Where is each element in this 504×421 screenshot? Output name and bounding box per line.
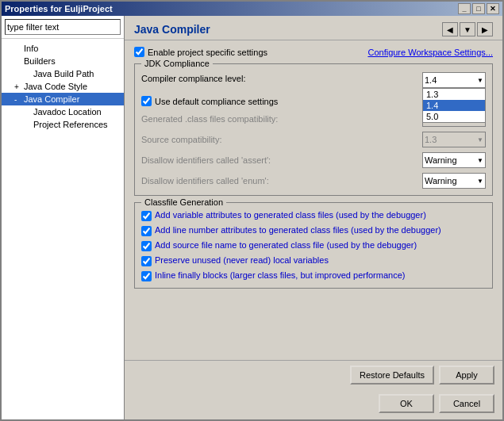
generated-label: Generated .class files compatibility: (141, 114, 419, 124)
compliance-option-1-3[interactable]: 1.3 (423, 89, 485, 100)
sidebar-item-java-code-style[interactable]: + Java Code Style (2, 80, 124, 93)
disallow-enum-row: Disallow identifiers called 'enum': Warn… (141, 173, 486, 189)
classfile-generation-group: Classfile Generation Add variable attrib… (134, 202, 493, 289)
main-panel: Java Compiler ◀ ▼ ▶ Enable project speci… (125, 16, 502, 419)
sidebar-item-javadoc-location[interactable]: Javadoc Location (2, 105, 124, 118)
sidebar-item-java-compiler[interactable]: - Java Compiler (2, 93, 124, 105)
sidebar-item-label: Project References (33, 120, 108, 129)
compliance-level-label: Compiler compliance level: (141, 72, 422, 83)
classfile-check-1: Add variable attributes to generated cla… (141, 210, 486, 221)
content-area: Info Builders Java Build Path + Java Cod… (2, 16, 502, 419)
filter-box (2, 16, 124, 39)
back-button[interactable]: ◀ (442, 22, 458, 36)
classfile-label-4: Preserve unused (never read) local varia… (155, 255, 329, 265)
sidebar-item-label: Info (24, 44, 38, 53)
disallow-assert-label: Disallow identifiers called 'assert': (141, 155, 419, 165)
compliance-level-value: 1.4 (425, 75, 437, 85)
sidebar-item-info[interactable]: Info (2, 42, 124, 55)
cancel-button[interactable]: Cancel (439, 394, 494, 413)
nav-buttons: ◀ ▼ ▶ (442, 22, 493, 36)
dropdown-arrow-icon: ▼ (477, 157, 483, 164)
restore-defaults-button[interactable]: Restore Defaults (350, 366, 434, 385)
classfile-label-3: Add source file name to generated class … (155, 240, 417, 250)
panel-title: Java Compiler (134, 23, 210, 36)
classfile-checkbox-1[interactable] (141, 211, 152, 221)
source-label: Source compatibility: (141, 135, 419, 144)
use-default-checkbox[interactable] (141, 96, 152, 106)
sidebar: Info Builders Java Build Path + Java Cod… (2, 16, 125, 419)
classfile-check-2: Add line number attributes to generated … (141, 225, 486, 236)
compliance-dropdown-list: 1.3 1.4 5.0 (422, 88, 486, 123)
disallow-assert-value: Warning (425, 155, 457, 165)
enable-checkbox-label: Enable project specific settings (148, 48, 267, 57)
jdk-group-label: JDK Compliance (141, 59, 213, 68)
enable-checkbox-group: Enable project specific settings (134, 47, 267, 57)
classfile-checkbox-3[interactable] (141, 241, 152, 251)
sidebar-item-label: Javadoc Location (33, 107, 102, 117)
panel-header: Java Compiler ◀ ▼ ▶ (125, 16, 502, 40)
compliance-option-5-0[interactable]: 5.0 (423, 111, 485, 122)
sidebar-item-label: Java Code Style (24, 82, 87, 91)
expand-icon-plus: + (14, 82, 22, 91)
classfile-checkbox-5[interactable] (141, 271, 152, 281)
source-dropdown: 1.3 ▼ (422, 132, 486, 147)
source-value: 1.3 (425, 135, 437, 144)
dropdown-arrow-icon: ▼ (477, 178, 483, 185)
compliance-dropdown-wrapper: 1.4 ▼ 1.3 1.4 5.0 (422, 72, 486, 88)
dropdown-arrow-icon: ▼ (477, 136, 483, 144)
window-title: Properties for EuljiProject (5, 4, 113, 13)
minimize-button[interactable]: _ (458, 3, 471, 14)
disallow-enum-value: Warning (425, 176, 457, 186)
main-window: Properties for EuljiProject _ □ ✕ Info B… (0, 0, 504, 421)
close-button[interactable]: ✕ (487, 3, 499, 14)
classfile-group-label: Classfile Generation (141, 197, 226, 207)
ok-button[interactable]: OK (379, 394, 434, 413)
compliance-option-1-4[interactable]: 1.4 (423, 100, 485, 111)
title-bar: Properties for EuljiProject _ □ ✕ (2, 2, 502, 16)
classfile-label-1: Add variable attributes to generated cla… (155, 210, 426, 220)
forward-button[interactable]: ▶ (477, 22, 493, 36)
sidebar-item-builders[interactable]: Builders (2, 55, 124, 67)
sidebar-item-label: Builders (24, 56, 56, 66)
classfile-label-5: Inline finally blocks (larger class file… (155, 270, 405, 280)
bottom-bar: Restore Defaults Apply (125, 360, 502, 389)
sidebar-item-label: Java Compiler (24, 94, 79, 104)
classfile-label-2: Add line number attributes to generated … (155, 225, 441, 235)
classfile-check-5: Inline finally blocks (larger class file… (141, 270, 486, 281)
disallow-enum-dropdown[interactable]: Warning ▼ (422, 173, 486, 189)
enable-checkbox[interactable] (134, 47, 144, 57)
disallow-assert-row: Disallow identifiers called 'assert': Wa… (141, 152, 486, 168)
expand-icon-minus: - (14, 95, 22, 104)
classfile-check-4: Preserve unused (never read) local varia… (141, 255, 486, 266)
enable-row: Enable project specific settings Configu… (134, 47, 493, 57)
configure-workspace-link[interactable]: Configure Workspace Settings... (367, 48, 493, 57)
source-row: Source compatibility: 1.3 ▼ (141, 132, 486, 147)
disallow-assert-dropdown[interactable]: Warning ▼ (422, 152, 486, 168)
sidebar-item-label: Java Build Path (33, 69, 94, 78)
maximize-button[interactable]: □ (472, 3, 485, 14)
title-bar-buttons: _ □ ✕ (458, 3, 499, 14)
disallow-enum-label: Disallow identifiers called 'enum': (141, 176, 419, 186)
ok-cancel-bar: OK Cancel (125, 389, 502, 419)
filter-input[interactable] (5, 19, 121, 35)
classfile-checkbox-2[interactable] (141, 226, 152, 236)
use-default-label: Use default compliance settings (155, 97, 278, 106)
jdk-compliance-group: JDK Compliance Compiler compliance level… (134, 63, 493, 196)
apply-button[interactable]: Apply (439, 366, 494, 385)
panel-body: Enable project specific settings Configu… (125, 40, 502, 360)
classfile-check-3: Add source file name to generated class … (141, 240, 486, 251)
sidebar-item-java-build-path[interactable]: Java Build Path (2, 67, 124, 80)
compliance-level-dropdown[interactable]: 1.4 ▼ (422, 72, 486, 88)
compliance-level-row: Compiler compliance level: 1.4 ▼ 1.3 1.4… (141, 72, 486, 88)
dropdown-nav-button[interactable]: ▼ (460, 22, 475, 36)
classfile-checkbox-4[interactable] (141, 256, 152, 266)
sidebar-item-project-references[interactable]: Project References (2, 118, 124, 131)
dropdown-arrow-icon: ▼ (477, 77, 483, 84)
tree: Info Builders Java Build Path + Java Cod… (2, 39, 124, 419)
